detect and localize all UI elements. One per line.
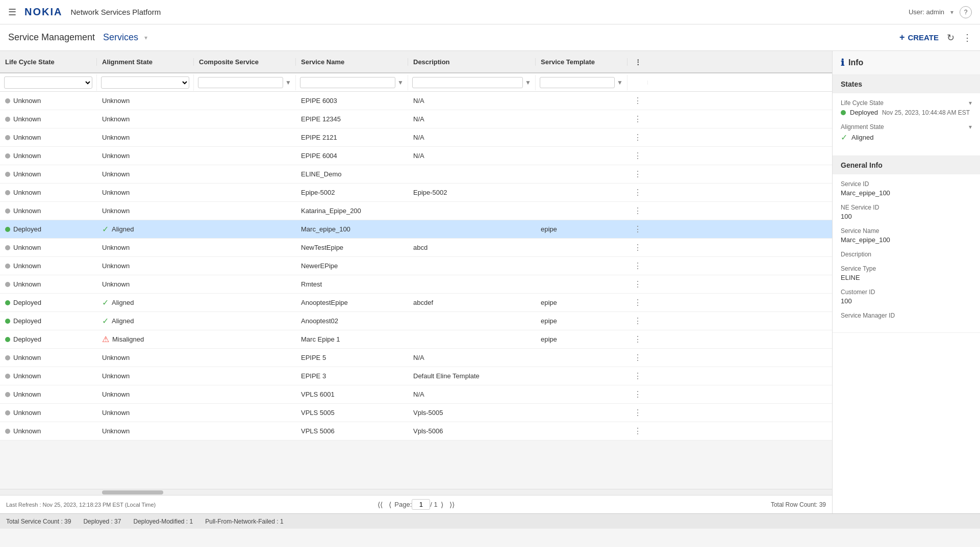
lifecycle-filter-select[interactable] xyxy=(4,76,92,89)
row-menu-cell[interactable]: ⋮ xyxy=(627,188,648,197)
refresh-button[interactable]: ↻ xyxy=(947,32,954,43)
col-header-actions: ⋮ xyxy=(627,58,648,66)
row-menu-cell[interactable]: ⋮ xyxy=(627,353,648,362)
row-menu-cell[interactable]: ⋮ xyxy=(627,206,648,216)
row-menu-cell[interactable]: ⋮ xyxy=(627,243,648,252)
description-filter-icon[interactable]: ▼ xyxy=(525,79,531,86)
table-row[interactable]: Deployed✓AlignedAnooptestEpipeabcdefepip… xyxy=(0,294,832,312)
table-body: UnknownUnknownEPIPE 6003N/A⋮UnknownUnkno… xyxy=(0,92,832,489)
row-menu-cell[interactable]: ⋮ xyxy=(627,408,648,418)
create-button[interactable]: + CREATE xyxy=(899,32,939,43)
prev-page-button[interactable]: ⟨ xyxy=(386,500,394,510)
row-menu-button[interactable]: ⋮ xyxy=(634,243,642,252)
row-menu-button[interactable]: ⋮ xyxy=(634,96,642,106)
breadcrumb-dropdown-icon[interactable]: ▾ xyxy=(144,34,147,41)
alignment-filter-select[interactable] xyxy=(101,76,189,89)
row-menu-cell[interactable]: ⋮ xyxy=(627,96,648,106)
row-menu-cell[interactable]: ⋮ xyxy=(627,114,648,124)
row-menu-cell[interactable]: ⋮ xyxy=(627,224,648,234)
table-row[interactable]: Deployed✓AlignedAnooptest02epipe⋮ xyxy=(0,312,832,330)
table-row[interactable]: UnknownUnknownEPIPE 5N/A⋮ xyxy=(0,349,832,367)
table-row[interactable]: UnknownUnknownVPLS 6001N/A⋮ xyxy=(0,385,832,404)
hamburger-icon[interactable]: ☰ xyxy=(8,7,16,18)
top-nav-right: User: admin ▾ ? xyxy=(909,6,972,18)
table-row[interactable]: UnknownUnknownNewerEPipe⋮ xyxy=(0,257,832,275)
row-menu-button[interactable]: ⋮ xyxy=(634,353,642,362)
row-menu-button[interactable]: ⋮ xyxy=(634,224,642,234)
row-menu-cell[interactable]: ⋮ xyxy=(627,371,648,381)
table-row[interactable]: UnknownUnknownEPIPE 2121N/A⋮ xyxy=(0,128,832,147)
row-menu-button[interactable]: ⋮ xyxy=(634,334,642,344)
scroll-thumb[interactable] xyxy=(102,490,163,494)
user-dropdown-icon[interactable]: ▾ xyxy=(950,9,953,16)
row-menu-button[interactable]: ⋮ xyxy=(634,298,642,307)
description-filter-input[interactable] xyxy=(412,77,523,88)
last-page-button[interactable]: ⟩⟩ xyxy=(446,500,458,510)
more-menu-button[interactable]: ⋮ xyxy=(963,32,972,43)
row-menu-button[interactable]: ⋮ xyxy=(634,408,642,418)
next-page-button[interactable]: ⟩ xyxy=(438,500,446,510)
table-row[interactable]: Deployed⚠MisalignedMarc Epipe 1epipe⋮ xyxy=(0,330,832,349)
table-row[interactable]: UnknownUnknownRmtest⋮ xyxy=(0,275,832,294)
breadcrumb-current[interactable]: Services xyxy=(103,32,138,43)
row-menu-button[interactable]: ⋮ xyxy=(634,261,642,271)
row-menu-button[interactable]: ⋮ xyxy=(634,114,642,124)
table-row[interactable]: UnknownUnknownEPIPE 6004N/A⋮ xyxy=(0,147,832,165)
row-menu-button[interactable]: ⋮ xyxy=(634,133,642,142)
servicetemplate-filter-input[interactable] xyxy=(540,77,615,88)
lifecycle-chevron[interactable]: ▾ xyxy=(969,99,972,107)
row-menu-cell[interactable]: ⋮ xyxy=(627,298,648,307)
lifecycle-state-text: Unknown xyxy=(13,152,41,160)
table-row[interactable]: UnknownUnknownELINE_Demo⋮ xyxy=(0,165,832,184)
servicename-filter-input[interactable] xyxy=(300,77,395,88)
filter-servicetemplate: ▼ xyxy=(536,75,627,90)
horizontal-scrollbar[interactable] xyxy=(0,489,832,495)
row-menu-cell[interactable]: ⋮ xyxy=(627,334,648,344)
composite-filter-icon[interactable]: ▼ xyxy=(285,79,291,86)
row-menu-cell[interactable]: ⋮ xyxy=(627,279,648,289)
row-menu-button[interactable]: ⋮ xyxy=(634,151,642,161)
alignment-chevron[interactable]: ▾ xyxy=(969,123,972,131)
servicename-cell: NewerEPipe xyxy=(296,262,408,270)
table-row[interactable]: UnknownUnknownEpipe-5002Epipe-5002⋮ xyxy=(0,184,832,202)
table-row[interactable]: UnknownUnknownEPIPE 6003N/A⋮ xyxy=(0,92,832,110)
row-menu-cell[interactable]: ⋮ xyxy=(627,316,648,326)
table-row[interactable]: Deployed✓AlignedMarc_epipe_100epipe⋮ xyxy=(0,220,832,239)
breadcrumb-parent[interactable]: Service Management xyxy=(8,32,95,43)
row-menu-button[interactable]: ⋮ xyxy=(634,316,642,326)
first-page-button[interactable]: ⟨⟨ xyxy=(374,500,386,510)
row-menu-button[interactable]: ⋮ xyxy=(634,389,642,399)
table-row[interactable]: UnknownUnknownVPLS 5006Vpls-5006⋮ xyxy=(0,422,832,440)
row-menu-button[interactable]: ⋮ xyxy=(634,371,642,381)
alignment-state-text: Unknown xyxy=(102,134,130,141)
row-menu-button[interactable]: ⋮ xyxy=(634,426,642,436)
row-menu-button[interactable]: ⋮ xyxy=(634,206,642,216)
row-menu-button[interactable]: ⋮ xyxy=(634,188,642,197)
row-menu-button[interactable]: ⋮ xyxy=(634,279,642,289)
row-menu-button[interactable]: ⋮ xyxy=(634,169,642,179)
row-menu-cell[interactable]: ⋮ xyxy=(627,426,648,436)
table-row[interactable]: UnknownUnknownVPLS 5005Vpls-5005⋮ xyxy=(0,404,832,422)
general-info-header[interactable]: General Info xyxy=(833,156,980,174)
servicetemplate-filter-icon[interactable]: ▼ xyxy=(617,79,623,86)
lifecycle-cell: Unknown xyxy=(0,134,97,141)
row-menu-cell[interactable]: ⋮ xyxy=(627,151,648,161)
row-menu-cell[interactable]: ⋮ xyxy=(627,389,648,399)
row-menu-cell[interactable]: ⋮ xyxy=(627,169,648,179)
states-section-header[interactable]: States xyxy=(833,75,980,93)
col-menu-icon[interactable]: ⋮ xyxy=(635,58,641,66)
help-button[interactable]: ? xyxy=(960,6,972,18)
table-row[interactable]: UnknownUnknownNewTestEpipeabcd⋮ xyxy=(0,239,832,257)
row-menu-cell[interactable]: ⋮ xyxy=(627,133,648,142)
row-menu-cell[interactable]: ⋮ xyxy=(627,261,648,271)
table-row[interactable]: UnknownUnknownEPIPE 12345N/A⋮ xyxy=(0,110,832,128)
servicename-filter-icon[interactable]: ▼ xyxy=(397,79,404,86)
pull-from-network-failed-count: Pull-From-Network-Failed : 1 xyxy=(205,518,283,525)
table-row[interactable]: UnknownUnknownKatarina_Epipe_200⋮ xyxy=(0,202,832,220)
servicetemplate-col-label: Service Template xyxy=(541,58,595,66)
composite-col-label: Composite Service xyxy=(199,58,259,66)
table-row[interactable]: UnknownUnknownEPIPE 3Default Eline Templ… xyxy=(0,367,832,385)
composite-filter-input[interactable] xyxy=(198,77,283,88)
page-input[interactable] xyxy=(412,499,430,510)
lifecycle-cell: Deployed xyxy=(0,317,97,325)
